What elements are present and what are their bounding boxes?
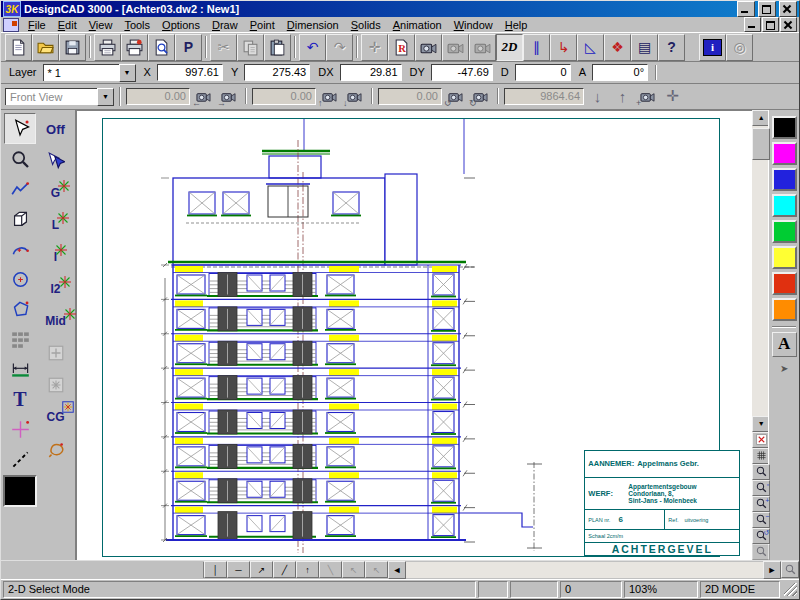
menu-view[interactable]: View [83,18,119,32]
menu-edit[interactable]: Edit [52,18,83,32]
y-input[interactable]: 275.43 [244,64,310,81]
color-swatch-green[interactable] [772,220,797,243]
zoom-window-button[interactable] [752,464,770,480]
color-picker-button[interactable]: ➤ [773,360,796,378]
view-selector[interactable]: Front View ▼ [5,88,114,105]
restore-button[interactable] [758,1,776,17]
zoom-box-button[interactable]: ▫ [752,480,770,496]
menu-point[interactable]: Point [244,18,281,32]
current-color-swatch[interactable] [3,475,37,507]
pan-camera-down-button[interactable]: ↓ [343,85,366,107]
snap-midpoint[interactable]: Mid [41,307,71,336]
2d-3d-toggle[interactable]: 2D [496,34,523,61]
set-point-button[interactable]: ✛ [361,34,388,61]
axes-button[interactable]: ↳ [550,34,577,61]
resize-grip[interactable] [784,583,797,596]
vertical-scroll-track[interactable] [752,126,768,416]
circle-tool[interactable] [5,265,35,294]
document-icon[interactable] [3,18,19,32]
view-field-3[interactable]: 0.00 [378,88,442,105]
paste-button[interactable] [264,34,291,61]
snap-gravity[interactable]: G [41,179,71,208]
zoom-previous-button[interactable]: ↺ [752,528,770,544]
undo-button[interactable]: ↶ [299,34,326,61]
line-slash-button[interactable]: ╱ [273,561,296,578]
menu-draw[interactable]: Draw [206,18,244,32]
dimension-tool[interactable] [5,355,35,384]
doc-restore-button[interactable] [762,17,779,32]
page-setup-button[interactable]: P [175,34,202,61]
pan-camera-left-button[interactable]: ← [192,85,215,107]
d-input[interactable]: 0 [515,64,571,81]
print-setup-button[interactable] [121,34,148,61]
move-down-button[interactable]: ↓ [586,85,609,107]
menu-tools[interactable]: Tools [118,18,156,32]
font-button[interactable]: A [772,332,797,357]
render-button[interactable] [388,34,415,61]
view-field-4[interactable]: 9864.64 [504,88,584,105]
print-preview-button[interactable] [148,34,175,61]
color-swatch-cyan[interactable] [772,194,797,217]
point-tool[interactable] [5,415,35,444]
parallel-mode-button[interactable]: ∥ [523,34,550,61]
line-nw2-button[interactable]: ↖ [365,561,388,578]
rotate-camera-ccw-button[interactable]: ↺ [444,85,467,107]
color-swatch-black[interactable] [772,116,797,139]
arc-tool[interactable] [5,235,35,264]
doc-minimize-button[interactable] [744,17,761,32]
line-nw-button[interactable]: ↖ [342,561,365,578]
snap-intersect-1[interactable]: I [41,243,71,272]
menu-help[interactable]: Help [499,18,534,32]
context-help-button[interactable]: ? [658,34,685,61]
dashed-line-tool[interactable] [5,445,35,474]
hatch-tool[interactable] [5,325,35,354]
open-button[interactable] [32,34,59,61]
zoom-camera-button[interactable]: + [636,85,659,107]
menu-options[interactable]: Options [156,18,206,32]
camera-fly-button[interactable] [469,34,496,61]
line-horizontal-button[interactable]: ─ [227,561,250,578]
view-field-2[interactable]: 0.00 [252,88,316,105]
snap-off[interactable]: Off [41,115,71,144]
select-tool[interactable] [4,113,36,144]
snap-lasso[interactable] [41,435,71,464]
color-swatch-orange[interactable] [772,298,797,321]
menu-solids[interactable]: Solids [345,18,387,32]
close-button[interactable] [779,1,797,17]
menu-animation[interactable]: Animation [387,18,448,32]
horizontal-scroll-track[interactable] [406,562,763,578]
menu-dimension[interactable]: Dimension [281,18,345,32]
pan-camera-right-button[interactable]: → [217,85,240,107]
snap-grid-plus[interactable] [41,339,71,368]
drawing-canvas[interactable]: AANNEMER: Appelmans Gebr. WERF: Appartem… [76,110,752,560]
color-swatch-blue[interactable] [772,168,797,191]
new-button[interactable] [5,34,32,61]
dx-input[interactable]: 29.81 [340,64,402,81]
scroll-left-button[interactable]: ◄ [388,561,406,579]
zoom-in-button[interactable]: + [752,496,770,512]
menu-file[interactable]: File [22,18,52,32]
cut-button[interactable]: ✂ [210,34,237,61]
snap-intersect-2[interactable]: I2 [41,275,71,304]
box-3d-tool[interactable] [5,205,35,234]
snap-grid-star[interactable] [41,371,71,400]
snap-cursor[interactable] [41,147,71,176]
info-box-button[interactable]: i [699,34,726,61]
handles-button[interactable]: ❖ [604,34,631,61]
vertical-scroll-thumb[interactable] [752,128,770,160]
move-up-button[interactable]: ↑ [611,85,634,107]
menu-window[interactable]: Window [448,18,499,32]
polygon-tool[interactable] [5,295,35,324]
doc-close-button[interactable] [780,17,797,32]
pan-view-button[interactable]: ✛ [661,85,684,107]
line-back-button[interactable]: ╲ [319,561,342,578]
layer-dropdown[interactable]: * 1 ▼ [43,64,136,81]
color-swatch-yellow[interactable] [772,246,797,269]
zoom-extents-button[interactable] [752,544,770,560]
view-field-1[interactable]: 0.00 [126,88,190,105]
zoom-out-button[interactable]: − [752,512,770,528]
view-selector-arrow[interactable]: ▼ [97,88,114,106]
dy-input[interactable]: -47.69 [431,64,493,81]
scroll-right-button[interactable]: ► [763,561,781,579]
color-swatch-magenta[interactable] [772,142,797,165]
